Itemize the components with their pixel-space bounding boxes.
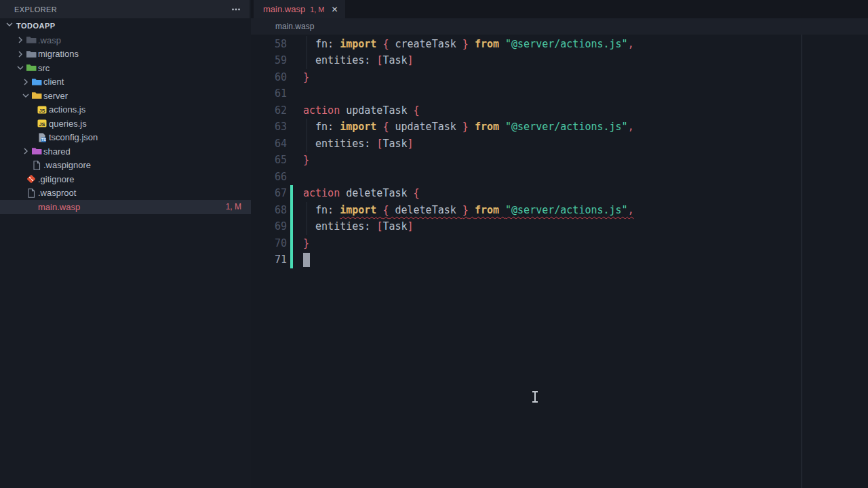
code-text: entities: [Task] bbox=[303, 136, 414, 152]
line-number: 64 bbox=[251, 136, 287, 152]
tab-problems-badge: 1, M bbox=[310, 5, 324, 14]
tree-item-migrations[interactable]: migrations bbox=[0, 47, 251, 62]
file-icon bbox=[31, 160, 42, 171]
code-line-59[interactable]: 59 entities: [Task] bbox=[251, 52, 868, 68]
line-number: 66 bbox=[251, 169, 287, 185]
tree-item-actions-js[interactable]: JSactions.js bbox=[0, 103, 251, 117]
chevron-spacer bbox=[20, 160, 31, 171]
tree-item-client[interactable]: client bbox=[0, 75, 251, 89]
tree-root-todoapp[interactable]: TODOAPP bbox=[0, 18, 251, 33]
line-number: 62 bbox=[251, 102, 287, 119]
line-number: 60 bbox=[251, 69, 287, 85]
line-number: 67 bbox=[251, 185, 287, 201]
code-line-71[interactable]: 71 bbox=[251, 251, 868, 268]
folder-src-icon bbox=[26, 62, 37, 73]
code-line-58[interactable]: 58 fn: import { createTask } from "@serv… bbox=[251, 36, 868, 52]
tree-item-main-wasp[interactable]: main.wasp1, M bbox=[0, 200, 251, 214]
tree-item-server[interactable]: server bbox=[0, 89, 251, 103]
code-line-60[interactable]: 60} bbox=[251, 69, 868, 85]
svg-text:JS: JS bbox=[39, 107, 45, 113]
line-number: 69 bbox=[251, 218, 287, 235]
chevron-down-icon[interactable] bbox=[20, 90, 31, 101]
code-text: action deleteTask { bbox=[303, 185, 420, 201]
code-text: fn: import { createTask } from "@server/… bbox=[303, 36, 634, 52]
code-line-70[interactable]: 70} bbox=[251, 235, 868, 251]
text-cursor bbox=[303, 253, 310, 267]
chevron-spacer bbox=[26, 118, 37, 129]
code-text: } bbox=[303, 152, 309, 168]
tree-item-dot-wasp[interactable]: .wasp bbox=[0, 33, 251, 47]
tree-item-dot-wasproot[interactable]: .wasproot bbox=[0, 186, 251, 201]
tree-item-label: .wasp bbox=[38, 35, 61, 45]
git-modified-gutter-bar bbox=[290, 202, 293, 219]
code-text: entities: [Task] bbox=[303, 218, 414, 235]
chevron-spacer bbox=[15, 201, 26, 212]
code-line-66[interactable]: 66 bbox=[251, 169, 868, 185]
ts-icon: TS bbox=[37, 132, 47, 143]
tree-item-shared[interactable]: shared bbox=[0, 144, 251, 159]
code-line-62[interactable]: 62action updateTask { bbox=[251, 102, 868, 119]
tree-item-tsconfig-json[interactable]: TStsconfig.json bbox=[0, 131, 251, 145]
folder-client-icon bbox=[31, 77, 42, 87]
code-text: } bbox=[303, 69, 309, 85]
code-area[interactable]: 58 fn: import { createTask } from "@serv… bbox=[251, 35, 868, 488]
chevron-down-icon[interactable] bbox=[15, 62, 26, 73]
explorer-title: EXPLORER bbox=[14, 5, 57, 14]
folder-shared-icon bbox=[31, 146, 42, 157]
line-number: 61 bbox=[251, 85, 287, 102]
tree-item-src[interactable]: src bbox=[0, 61, 251, 75]
git-modified-gutter-bar bbox=[290, 251, 293, 268]
none-icon bbox=[26, 201, 37, 212]
line-number: 70 bbox=[251, 235, 287, 251]
breadcrumb-file[interactable]: main.wasp bbox=[275, 22, 314, 31]
chevron-right-icon[interactable] bbox=[20, 77, 31, 87]
mouse-ibeam-cursor bbox=[532, 391, 538, 403]
explorer-header: EXPLORER bbox=[0, 0, 250, 18]
root-folder-label: TODOAPP bbox=[16, 22, 56, 30]
tree-item-label: main.wasp bbox=[38, 202, 80, 212]
tree-item-label: queries.js bbox=[49, 119, 87, 129]
line-number: 68 bbox=[251, 202, 287, 218]
folder-icon bbox=[26, 49, 37, 60]
chevron-right-icon[interactable] bbox=[15, 49, 26, 60]
error-squiggle: import { deleteTask } from "@server/acti… bbox=[340, 204, 634, 216]
code-line-64[interactable]: 64 entities: [Task] bbox=[251, 136, 868, 152]
code-line-65[interactable]: 65} bbox=[251, 152, 868, 168]
tree-item-label: actions.js bbox=[49, 104, 85, 115]
close-icon[interactable]: ✕ bbox=[332, 5, 338, 14]
code-text: } bbox=[303, 235, 309, 251]
explorer-sidebar: EXPLORER TODOAPP .waspmigrationssrcclien… bbox=[0, 0, 251, 488]
ellipsis-icon[interactable] bbox=[231, 4, 241, 15]
line-number: 71 bbox=[251, 251, 287, 268]
tree-item-queries-js[interactable]: JSqueries.js bbox=[0, 117, 251, 131]
tree-item-label: server bbox=[43, 91, 68, 101]
tab-main-wasp[interactable]: main.wasp 1, M ✕ bbox=[254, 0, 345, 18]
tree-item-dot-waspignore[interactable]: .waspignore bbox=[0, 159, 251, 173]
chevron-right-icon[interactable] bbox=[15, 35, 26, 45]
file-icon bbox=[26, 188, 37, 199]
tree-item-dot-gitignore[interactable]: .gitignore bbox=[0, 172, 251, 186]
code-line-63[interactable]: 63 fn: import { updateTask } from "@serv… bbox=[251, 119, 868, 135]
tab-bar: main.wasp 1, M ✕ bbox=[251, 0, 868, 18]
vscode-window: EXPLORER TODOAPP .waspmigrationssrcclien… bbox=[0, 0, 868, 488]
git-icon bbox=[26, 174, 37, 184]
code-line-68[interactable]: 68 fn: import { deleteTask } from "@serv… bbox=[251, 202, 868, 218]
svg-text:TS: TS bbox=[41, 138, 46, 142]
chevron-right-icon[interactable] bbox=[20, 146, 31, 157]
tree-item-label: .waspignore bbox=[43, 160, 91, 170]
chevron-spacer bbox=[26, 132, 37, 143]
line-number: 59 bbox=[251, 52, 287, 68]
code-line-67[interactable]: 67action deleteTask { bbox=[251, 185, 868, 201]
tree-item-label: .wasproot bbox=[38, 188, 76, 198]
chevron-spacer bbox=[15, 188, 26, 199]
code-line-69[interactable]: 69 entities: [Task] bbox=[251, 218, 868, 235]
git-status-badge: 1, M bbox=[226, 202, 251, 211]
chevron-down-icon bbox=[4, 19, 15, 33]
tab-title: main.wasp bbox=[263, 4, 305, 14]
git-modified-gutter-bar bbox=[290, 218, 293, 235]
code-line-61[interactable]: 61 bbox=[251, 85, 868, 102]
editor-group: main.wasp 1, M ✕ main.wasp 58 fn: import… bbox=[251, 0, 868, 488]
tree-item-label: shared bbox=[43, 146, 71, 157]
code-text: fn: import { deleteTask } from "@server/… bbox=[303, 202, 634, 218]
folder-server-icon bbox=[31, 90, 42, 101]
